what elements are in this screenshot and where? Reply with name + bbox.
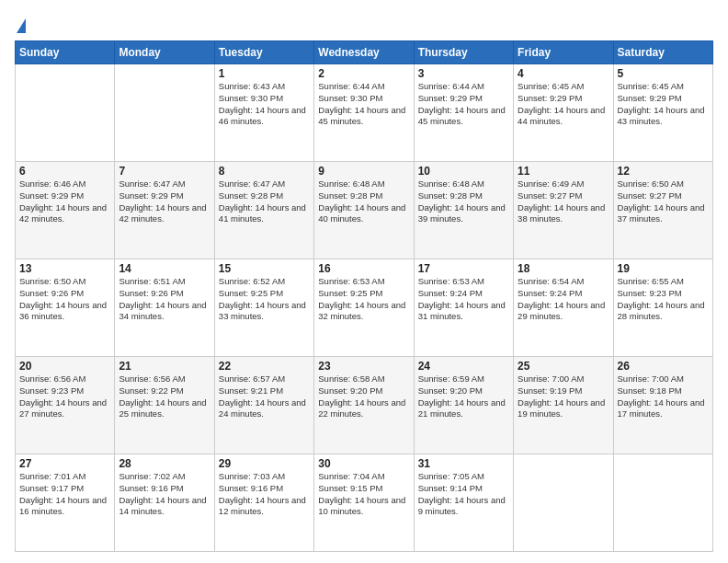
day-number: 1 [219,67,310,80]
day-info: Sunrise: 6:49 AM Sunset: 9:27 PM Dayligh… [518,178,609,225]
calendar-cell: 26Sunrise: 7:00 AM Sunset: 9:18 PM Dayli… [613,357,712,454]
day-number: 12 [618,165,709,178]
logo-triangle-icon [17,18,26,33]
day-info: Sunrise: 6:50 AM Sunset: 9:27 PM Dayligh… [618,178,709,225]
day-info: Sunrise: 6:47 AM Sunset: 9:28 PM Dayligh… [219,178,310,225]
calendar-cell: 25Sunrise: 7:00 AM Sunset: 9:19 PM Dayli… [514,357,613,454]
day-number: 6 [19,165,110,178]
day-info: Sunrise: 7:03 AM Sunset: 9:16 PM Dayligh… [219,471,310,518]
weekday-header-thursday: Thursday [414,41,513,64]
day-info: Sunrise: 6:48 AM Sunset: 9:28 PM Dayligh… [418,178,509,225]
calendar-cell: 31Sunrise: 7:05 AM Sunset: 9:14 PM Dayli… [414,454,513,552]
calendar-cell: 15Sunrise: 6:52 AM Sunset: 9:25 PM Dayli… [214,259,313,357]
day-number: 14 [119,262,210,275]
calendar-cell: 18Sunrise: 6:54 AM Sunset: 9:24 PM Dayli… [514,259,613,357]
calendar-cell: 29Sunrise: 7:03 AM Sunset: 9:16 PM Dayli… [214,454,313,552]
calendar-cell: 23Sunrise: 6:58 AM Sunset: 9:20 PM Dayli… [314,357,414,454]
day-number: 27 [19,457,110,470]
day-info: Sunrise: 6:44 AM Sunset: 9:30 PM Dayligh… [318,81,409,128]
calendar-cell: 2Sunrise: 6:44 AM Sunset: 9:30 PM Daylig… [314,64,414,162]
day-info: Sunrise: 6:45 AM Sunset: 9:29 PM Dayligh… [618,81,709,128]
day-info: Sunrise: 7:05 AM Sunset: 9:14 PM Dayligh… [418,471,509,518]
calendar-cell: 4Sunrise: 6:45 AM Sunset: 9:29 PM Daylig… [514,64,613,162]
day-info: Sunrise: 6:46 AM Sunset: 9:29 PM Dayligh… [19,178,110,225]
day-info: Sunrise: 7:00 AM Sunset: 9:19 PM Dayligh… [518,373,609,420]
day-number: 11 [518,165,609,178]
calendar-week-3: 13Sunrise: 6:50 AM Sunset: 9:26 PM Dayli… [16,259,713,357]
weekday-header-friday: Friday [514,41,613,64]
logo [15,11,26,33]
day-info: Sunrise: 6:56 AM Sunset: 9:23 PM Dayligh… [19,373,110,420]
calendar-cell: 8Sunrise: 6:47 AM Sunset: 9:28 PM Daylig… [214,162,313,259]
calendar-cell: 30Sunrise: 7:04 AM Sunset: 9:15 PM Dayli… [314,454,414,552]
calendar-cell [514,454,613,552]
day-info: Sunrise: 6:52 AM Sunset: 9:25 PM Dayligh… [219,276,310,323]
calendar-cell: 28Sunrise: 7:02 AM Sunset: 9:16 PM Dayli… [115,454,214,552]
day-number: 15 [219,262,310,275]
day-info: Sunrise: 6:43 AM Sunset: 9:30 PM Dayligh… [219,81,310,128]
calendar-cell: 5Sunrise: 6:45 AM Sunset: 9:29 PM Daylig… [613,64,712,162]
calendar-cell: 12Sunrise: 6:50 AM Sunset: 9:27 PM Dayli… [613,162,712,259]
calendar-cell: 19Sunrise: 6:55 AM Sunset: 9:23 PM Dayli… [613,259,712,357]
day-info: Sunrise: 6:55 AM Sunset: 9:23 PM Dayligh… [618,276,709,323]
day-info: Sunrise: 6:53 AM Sunset: 9:25 PM Dayligh… [318,276,409,323]
calendar-cell: 7Sunrise: 6:47 AM Sunset: 9:29 PM Daylig… [115,162,214,259]
page: SundayMondayTuesdayWednesdayThursdayFrid… [0,0,728,563]
calendar-cell: 3Sunrise: 6:44 AM Sunset: 9:29 PM Daylig… [414,64,513,162]
day-number: 26 [618,360,709,373]
day-number: 25 [518,360,609,373]
day-info: Sunrise: 6:57 AM Sunset: 9:21 PM Dayligh… [219,373,310,420]
day-number: 9 [318,165,409,178]
day-info: Sunrise: 7:04 AM Sunset: 9:15 PM Dayligh… [318,471,409,518]
calendar-cell: 27Sunrise: 7:01 AM Sunset: 9:17 PM Dayli… [16,454,115,552]
day-number: 5 [618,67,709,80]
calendar-cell [115,64,214,162]
weekday-header-tuesday: Tuesday [214,41,313,64]
day-info: Sunrise: 6:45 AM Sunset: 9:29 PM Dayligh… [518,81,609,128]
calendar-week-2: 6Sunrise: 6:46 AM Sunset: 9:29 PM Daylig… [16,162,713,259]
day-info: Sunrise: 7:00 AM Sunset: 9:18 PM Dayligh… [618,373,709,420]
header [15,11,713,33]
calendar-cell: 24Sunrise: 6:59 AM Sunset: 9:20 PM Dayli… [414,357,513,454]
calendar-week-1: 1Sunrise: 6:43 AM Sunset: 9:30 PM Daylig… [16,64,713,162]
day-number: 10 [418,165,509,178]
weekday-header-row: SundayMondayTuesdayWednesdayThursdayFrid… [16,41,713,64]
day-info: Sunrise: 6:54 AM Sunset: 9:24 PM Dayligh… [518,276,609,323]
calendar-table: SundayMondayTuesdayWednesdayThursdayFrid… [15,40,713,552]
day-number: 7 [119,165,210,178]
weekday-header-sunday: Sunday [16,41,115,64]
day-number: 21 [119,360,210,373]
calendar-cell: 1Sunrise: 6:43 AM Sunset: 9:30 PM Daylig… [214,64,313,162]
day-number: 18 [518,262,609,275]
day-number: 16 [318,262,409,275]
day-number: 20 [19,360,110,373]
calendar-cell: 10Sunrise: 6:48 AM Sunset: 9:28 PM Dayli… [414,162,513,259]
calendar-cell: 22Sunrise: 6:57 AM Sunset: 9:21 PM Dayli… [214,357,313,454]
day-number: 4 [518,67,609,80]
day-number: 3 [418,67,509,80]
day-number: 29 [219,457,310,470]
calendar-cell [16,64,115,162]
calendar-cell: 11Sunrise: 6:49 AM Sunset: 9:27 PM Dayli… [514,162,613,259]
day-info: Sunrise: 6:58 AM Sunset: 9:20 PM Dayligh… [318,373,409,420]
day-number: 28 [119,457,210,470]
day-number: 19 [618,262,709,275]
day-info: Sunrise: 7:02 AM Sunset: 9:16 PM Dayligh… [119,471,210,518]
day-number: 24 [418,360,509,373]
day-number: 30 [318,457,409,470]
day-info: Sunrise: 6:44 AM Sunset: 9:29 PM Dayligh… [418,81,509,128]
calendar-week-5: 27Sunrise: 7:01 AM Sunset: 9:17 PM Dayli… [16,454,713,552]
calendar-cell: 13Sunrise: 6:50 AM Sunset: 9:26 PM Dayli… [16,259,115,357]
day-number: 8 [219,165,310,178]
calendar-cell: 9Sunrise: 6:48 AM Sunset: 9:28 PM Daylig… [314,162,414,259]
calendar-cell: 21Sunrise: 6:56 AM Sunset: 9:22 PM Dayli… [115,357,214,454]
day-info: Sunrise: 7:01 AM Sunset: 9:17 PM Dayligh… [19,471,110,518]
day-info: Sunrise: 6:51 AM Sunset: 9:26 PM Dayligh… [119,276,210,323]
day-number: 2 [318,67,409,80]
calendar-cell [613,454,712,552]
calendar-cell: 16Sunrise: 6:53 AM Sunset: 9:25 PM Dayli… [314,259,414,357]
day-number: 13 [19,262,110,275]
day-info: Sunrise: 6:47 AM Sunset: 9:29 PM Dayligh… [119,178,210,225]
calendar-cell: 17Sunrise: 6:53 AM Sunset: 9:24 PM Dayli… [414,259,513,357]
calendar-cell: 20Sunrise: 6:56 AM Sunset: 9:23 PM Dayli… [16,357,115,454]
